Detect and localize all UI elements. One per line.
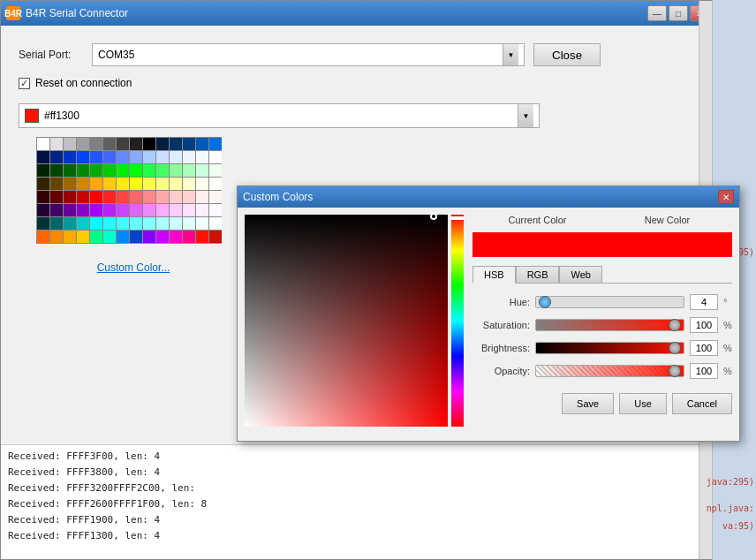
palette-cell[interactable]	[143, 204, 155, 216]
palette-cell[interactable]	[209, 164, 222, 177]
palette-cell[interactable]	[156, 178, 169, 190]
palette-cell[interactable]	[103, 164, 116, 177]
palette-cell[interactable]	[156, 138, 169, 150]
palette-cell[interactable]	[37, 231, 49, 243]
maximize-button[interactable]: □	[669, 5, 688, 21]
palette-cell[interactable]	[90, 151, 102, 163]
palette-cell[interactable]	[50, 204, 63, 216]
cancel-button[interactable]: Cancel	[672, 393, 732, 414]
save-button[interactable]: Save	[562, 393, 614, 414]
palette-cell[interactable]	[143, 178, 155, 190]
tab-hsb[interactable]: HSB	[472, 266, 516, 284]
palette-cell[interactable]	[64, 204, 76, 216]
palette-cell[interactable]	[50, 231, 63, 243]
palette-cell[interactable]	[209, 204, 222, 216]
palette-cell[interactable]	[183, 191, 195, 203]
palette-cell[interactable]	[103, 231, 116, 243]
palette-cell[interactable]	[117, 151, 129, 163]
palette-cell[interactable]	[130, 204, 142, 216]
palette-cell[interactable]	[130, 231, 142, 243]
tab-rgb[interactable]: RGB	[516, 266, 560, 283]
close-button[interactable]: Close	[533, 43, 601, 66]
brightness-slider[interactable]	[535, 342, 684, 354]
palette-cell[interactable]	[170, 164, 182, 177]
palette-cell[interactable]	[130, 217, 142, 230]
serial-port-combo[interactable]: COM35 ▼	[92, 43, 525, 66]
palette-cell[interactable]	[64, 231, 76, 243]
palette-cell[interactable]	[209, 151, 222, 163]
custom-color-link[interactable]: Custom Color...	[36, 261, 231, 274]
palette-cell[interactable]	[156, 231, 169, 243]
hue-strip[interactable]	[451, 215, 464, 427]
tab-web[interactable]: Web	[559, 266, 601, 283]
color-combo[interactable]: #ff1300 ▼	[19, 103, 540, 128]
palette-cell[interactable]	[170, 204, 182, 216]
palette-cell[interactable]	[143, 231, 155, 243]
palette-cell[interactable]	[77, 138, 89, 150]
palette-cell[interactable]	[77, 204, 89, 216]
minimize-button[interactable]: —	[647, 5, 667, 21]
palette-cell[interactable]	[37, 217, 49, 230]
palette-cell[interactable]	[50, 178, 63, 190]
palette-cell[interactable]	[196, 151, 208, 163]
palette-cell[interactable]	[117, 164, 129, 177]
palette-cell[interactable]	[209, 191, 222, 203]
palette-cell[interactable]	[130, 191, 142, 203]
palette-cell[interactable]	[170, 217, 182, 230]
saturation-value[interactable]: 100	[690, 317, 718, 333]
palette-cell[interactable]	[117, 191, 129, 203]
palette-cell[interactable]	[103, 138, 116, 150]
palette-cell[interactable]	[183, 204, 195, 216]
hue-slider[interactable]	[535, 296, 684, 308]
palette-cell[interactable]	[196, 217, 208, 230]
palette-cell[interactable]	[170, 231, 182, 243]
palette-cell[interactable]	[209, 217, 222, 230]
palette-cell[interactable]	[90, 178, 102, 190]
palette-cell[interactable]	[196, 178, 208, 190]
palette-cell[interactable]	[130, 138, 142, 150]
palette-cell[interactable]	[156, 191, 169, 203]
palette-cell[interactable]	[77, 164, 89, 177]
palette-cell[interactable]	[143, 151, 155, 163]
palette-cell[interactable]	[143, 138, 155, 150]
palette-cell[interactable]	[170, 151, 182, 163]
palette-cell[interactable]	[183, 178, 195, 190]
gradient-canvas[interactable]	[245, 215, 448, 427]
hue-value[interactable]: 4	[690, 294, 718, 310]
palette-cell[interactable]	[117, 217, 129, 230]
palette-cell[interactable]	[50, 191, 63, 203]
palette-cell[interactable]	[117, 178, 129, 190]
palette-cell[interactable]	[183, 217, 195, 230]
palette-cell[interactable]	[90, 217, 102, 230]
palette-cell[interactable]	[183, 138, 195, 150]
palette-cell[interactable]	[103, 151, 116, 163]
palette-cell[interactable]	[37, 204, 49, 216]
palette-cell[interactable]	[156, 217, 169, 230]
palette-cell[interactable]	[37, 151, 49, 163]
palette-cell[interactable]	[117, 204, 129, 216]
palette-cell[interactable]	[50, 164, 63, 177]
palette-cell[interactable]	[143, 164, 155, 177]
reset-checkbox[interactable]: ✓	[19, 78, 30, 89]
palette-cell[interactable]	[50, 151, 63, 163]
palette-cell[interactable]	[209, 138, 222, 150]
opacity-slider[interactable]	[535, 365, 684, 377]
palette-cell[interactable]	[103, 191, 116, 203]
palette-cell[interactable]	[50, 138, 63, 150]
palette-cell[interactable]	[196, 204, 208, 216]
palette-cell[interactable]	[90, 191, 102, 203]
palette-cell[interactable]	[196, 231, 208, 243]
palette-cell[interactable]	[90, 138, 102, 150]
palette-cell[interactable]	[37, 178, 49, 190]
palette-cell[interactable]	[170, 138, 182, 150]
palette-cell[interactable]	[64, 191, 76, 203]
palette-cell[interactable]	[103, 178, 116, 190]
palette-cell[interactable]	[90, 231, 102, 243]
palette-cell[interactable]	[77, 231, 89, 243]
palette-cell[interactable]	[183, 151, 195, 163]
palette-cell[interactable]	[50, 217, 63, 230]
opacity-value[interactable]: 100	[690, 363, 718, 379]
palette-cell[interactable]	[64, 138, 76, 150]
palette-cell[interactable]	[170, 191, 182, 203]
palette-cell[interactable]	[196, 191, 208, 203]
